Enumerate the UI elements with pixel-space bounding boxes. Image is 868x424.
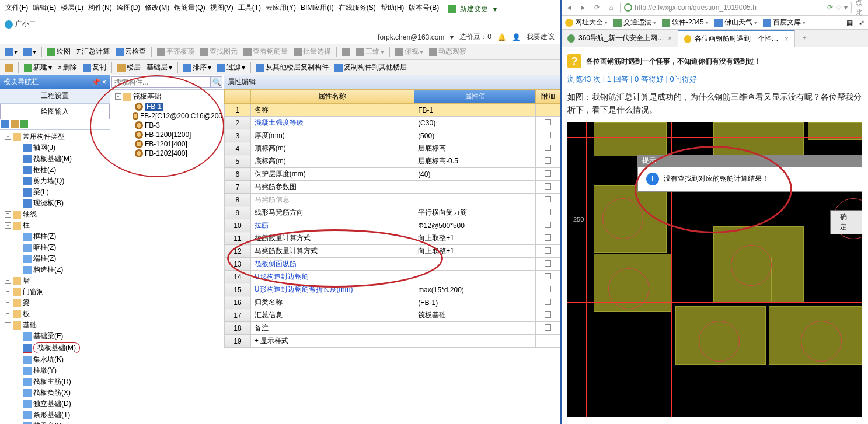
grid-row[interactable]: 5底标高(m)层底标高-0.5	[225, 155, 560, 168]
basic-dropdown[interactable]: 基础层 ▾	[144, 61, 175, 73]
2d-button[interactable]	[340, 47, 353, 57]
grid-row[interactable]: 13筏板侧面纵筋	[225, 258, 560, 271]
grid-row[interactable]: 2混凝土强度等级(C30)	[225, 117, 560, 129]
grid-row[interactable]: 19+ 显示样式	[225, 335, 560, 348]
tree-node[interactable]: 筏板基础(M)	[1, 153, 109, 164]
menu-help[interactable]: 帮助(H)	[379, 2, 406, 16]
menu-online[interactable]: 在线服务(S)	[337, 2, 378, 16]
prop-button[interactable]	[2, 62, 15, 73]
tree-node[interactable]: 筏板主筋(R)	[1, 376, 109, 387]
instance-node[interactable]: -筏板基础	[111, 91, 222, 102]
url-bar[interactable]: ⟳ ☆ ▾	[620, 2, 852, 13]
grid-row[interactable]: 6保护层厚度(mm)(40)	[225, 168, 560, 181]
menu-edit[interactable]: 编辑(E)	[31, 2, 58, 16]
search-button[interactable]: 🔍	[211, 76, 222, 88]
grid-row[interactable]: 11拉筋数量计算方式向上取整+1	[225, 232, 560, 245]
dialog-ok-button[interactable]: 确定	[830, 210, 862, 234]
bookmark-item[interactable]: 佛山天气▾	[714, 17, 757, 27]
grid-row[interactable]: 14U形构造封边钢筋	[225, 271, 560, 283]
dyn-button[interactable]: 动态观察	[427, 45, 469, 58]
assistant-label[interactable]: 广小二	[15, 19, 36, 29]
close-icon[interactable]: ×	[785, 35, 789, 43]
cloudcheck-button[interactable]: 云检查	[113, 45, 148, 58]
copyto-button[interactable]: 复制构件到其他楼层	[332, 61, 409, 73]
grid-row[interactable]: 10拉筋Φ12@500*500	[225, 219, 560, 232]
del-button[interactable]: ×删除	[55, 61, 79, 73]
menu-file[interactable]: 文件(F)	[4, 2, 30, 16]
browser-tab[interactable]: 各位画钢筋时遇到一个怪事，不…×	[678, 30, 795, 47]
new-button[interactable]: 新建▾	[22, 61, 54, 73]
menu-rebar[interactable]: 钢筋量(Q)	[172, 2, 207, 16]
grid-row[interactable]: 18备注	[225, 322, 560, 335]
instance-node[interactable]: FB-1201[400]	[111, 139, 222, 149]
apps-icon[interactable]: ▦	[846, 19, 853, 27]
property-grid[interactable]: 属性名称 属性值 附加 1名称FB-12混凝土强度等级(C30)3厚度(mm)(…	[224, 89, 560, 348]
tree-node[interactable]: +墙	[1, 275, 109, 286]
bookmark-item[interactable]: 交通违法▾	[613, 17, 656, 27]
viewrebar-button[interactable]: 查看钢筋量	[241, 45, 290, 58]
instance-node[interactable]: FB-3	[111, 121, 222, 130]
nav-tab-draw[interactable]: 绘图输入	[0, 104, 110, 119]
refresh-icon[interactable]: ⟳	[827, 3, 833, 12]
tool-icon-1[interactable]	[1, 120, 9, 128]
grid-row[interactable]: 12马凳筋数量计算方式向上取整+1	[225, 245, 560, 258]
tree-node[interactable]: +门窗洞	[1, 286, 109, 297]
tree-node[interactable]: 基础梁(F)	[1, 331, 109, 342]
tree-node[interactable]: 条形基础(T)	[1, 409, 109, 421]
grid-row[interactable]: 8马凳筋信息	[225, 194, 560, 206]
search-input[interactable]	[111, 76, 211, 88]
grid-row[interactable]: 16归类名称(FB-1)	[225, 296, 560, 309]
grid-row[interactable]: 9线形马凳筋方向平行横向受力筋	[225, 206, 560, 219]
tree-node[interactable]: 暗柱(Z)	[1, 242, 109, 253]
fwd-button[interactable]: ►	[578, 2, 588, 13]
close-icon[interactable]: ×	[668, 34, 672, 43]
menu-floor[interactable]: 楼层(L)	[59, 2, 85, 16]
menu-tool[interactable]: 工具(T)	[236, 2, 263, 16]
nav-tab-settings[interactable]: 工程设置	[0, 89, 110, 104]
new-change-button[interactable]: 新建变更▾	[447, 2, 500, 16]
suggest-link[interactable]: 我要建议	[527, 32, 555, 42]
tree-node[interactable]: 框柱(Z)	[1, 231, 109, 242]
copy-button[interactable]: 复制	[81, 61, 109, 73]
copyfrom-button[interactable]: 从其他楼层复制构件	[254, 61, 331, 73]
instance-node[interactable]: FB-1200[1200]	[111, 130, 222, 139]
avatar-icon[interactable]: 👤	[512, 33, 521, 41]
menu-bim[interactable]: BIM应用(I)	[299, 2, 336, 16]
instance-node[interactable]: FB-1	[111, 102, 222, 111]
click-link[interactable]: 点此	[855, 2, 866, 13]
pin-icon[interactable]: 📌 ×	[92, 78, 106, 86]
home-button[interactable]: ⌂	[606, 2, 616, 13]
grid-row[interactable]: 1名称FB-1	[225, 104, 560, 117]
tree-node[interactable]: 端柱(Z)	[1, 253, 109, 264]
tree-node[interactable]: +板	[1, 309, 109, 320]
sum-button[interactable]: Σ 汇总计算	[74, 45, 112, 58]
menu-draw[interactable]: 绘图(D)	[115, 2, 142, 16]
3d-button[interactable]: 三维▾	[354, 45, 386, 58]
expand-icon[interactable]: ⤢	[859, 19, 864, 27]
star-icon[interactable]: ☆	[835, 3, 842, 12]
tree-node[interactable]: 现浇板(B)	[1, 198, 109, 209]
tree-node[interactable]: -柱	[1, 220, 109, 231]
grid-row[interactable]: 7马凳筋参数图	[225, 181, 560, 194]
tree-node[interactable]: +轴线	[1, 209, 109, 220]
bell-icon[interactable]: 🔔	[497, 33, 506, 41]
tool-icon-2[interactable]	[11, 120, 19, 128]
bookmark-item[interactable]: 软件-2345▾	[662, 17, 709, 27]
bookmark-item[interactable]: 百度文库▾	[763, 17, 806, 27]
tree-node[interactable]: 轴网(J)	[1, 142, 109, 153]
url-input[interactable]	[635, 3, 825, 12]
batch-button[interactable]: 批量选择	[291, 45, 333, 58]
component-tree[interactable]: -常用构件类型轴网(J)筏板基础(M)框柱(Z)剪力墙(Q)梁(L)现浇板(B)…	[0, 130, 110, 424]
findimg-button[interactable]: 查找图元	[198, 45, 240, 58]
back-button[interactable]: ◄	[564, 2, 574, 13]
tree-node[interactable]: 剪力墙(Q)	[1, 176, 109, 187]
sort-button[interactable]: 排序▾	[181, 61, 214, 73]
tree-node[interactable]: 梁(L)	[1, 187, 109, 198]
tree-node[interactable]: -基础	[1, 320, 109, 331]
instance-node[interactable]: FB-1202[400]	[111, 149, 222, 158]
tree-node[interactable]: -常用构件类型	[1, 131, 109, 142]
menu-component[interactable]: 构件(N)	[86, 2, 114, 16]
user-email[interactable]: forpk.chen@163.com	[378, 33, 444, 41]
draw-button[interactable]: 绘图	[45, 45, 73, 58]
tree-node[interactable]: 桩承台(V)	[1, 421, 109, 424]
